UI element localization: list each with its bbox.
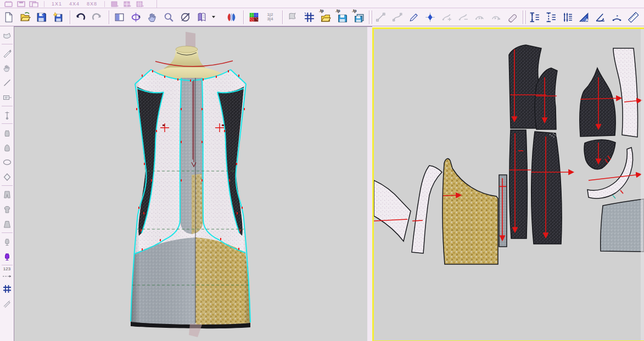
save-copy-icon[interactable] xyxy=(29,1,39,7)
flag-marker-button[interactable] xyxy=(285,10,300,25)
save-file-icon xyxy=(36,12,47,23)
angle-measure-button[interactable] xyxy=(593,10,607,25)
save-import-icon xyxy=(52,12,64,23)
top-garment-tool[interactable] xyxy=(1,202,14,217)
redo-button[interactable] xyxy=(89,10,104,25)
lens-3d-button[interactable] xyxy=(224,10,238,25)
torso-front-tool[interactable] xyxy=(1,125,14,140)
texture-grid-button[interactable] xyxy=(247,10,261,25)
save-file-button[interactable] xyxy=(34,10,48,25)
piece-front-skirt-panel[interactable] xyxy=(509,130,528,238)
piece-back-lace-panel[interactable] xyxy=(613,48,638,137)
curve-add-point-button[interactable] xyxy=(439,10,453,25)
flag-marker-icon xyxy=(287,12,299,23)
pants-tool[interactable] xyxy=(1,187,14,202)
draw-line-icon xyxy=(375,12,387,23)
eraser-button[interactable] xyxy=(505,10,519,25)
measure-double-button[interactable] xyxy=(560,10,574,25)
pants-icon xyxy=(2,190,12,200)
measure-vertical-button[interactable] xyxy=(527,10,541,25)
grid-table-tool[interactable] xyxy=(1,281,14,296)
flow-left-button[interactable] xyxy=(489,10,503,25)
grid-snap-button[interactable] xyxy=(302,10,316,25)
area-label: A xyxy=(585,18,589,22)
open-file-button[interactable] xyxy=(18,10,32,25)
tp-open-button[interactable]: .tp xyxy=(318,10,333,25)
pan-view-button[interactable] xyxy=(145,10,159,25)
measure-123-tool[interactable]: 123 xyxy=(1,266,14,281)
pencil-button[interactable] xyxy=(406,10,421,25)
2d-pattern-panel[interactable] xyxy=(372,27,644,341)
view-grid-3-icon[interactable] xyxy=(135,1,145,7)
piece-side-skirt-panel[interactable] xyxy=(531,132,562,244)
scale-fraction-button[interactable]: 1|2 3|4 xyxy=(263,10,277,25)
curve-remove-point-button[interactable] xyxy=(456,10,470,25)
tp-save-button[interactable]: .tp xyxy=(335,10,349,25)
piece-side-strip[interactable] xyxy=(412,166,442,253)
piece-waist-band[interactable] xyxy=(499,175,507,247)
dress[interactable] xyxy=(127,65,256,337)
bust-flag-left xyxy=(163,124,165,126)
dressform-active-tool[interactable] xyxy=(1,249,14,264)
draw-line-button[interactable] xyxy=(373,10,388,25)
divider xyxy=(282,10,283,24)
split-view-button[interactable] xyxy=(112,10,126,25)
area-triangle-button[interactable]: A xyxy=(576,10,591,25)
view-grid-2-icon[interactable] xyxy=(122,1,132,7)
tp-save-all-button[interactable]: .tp xyxy=(351,10,366,25)
tp-label: .tp xyxy=(319,9,324,13)
pan-hand-icon xyxy=(147,12,158,23)
print-icon[interactable] xyxy=(4,1,14,7)
new-document-button[interactable] xyxy=(1,10,15,25)
grab-tool[interactable] xyxy=(1,60,14,75)
save-import-button[interactable] xyxy=(51,10,65,25)
draw-curve-icon xyxy=(391,12,403,23)
scale-4x4-button[interactable]: 4X4 xyxy=(67,1,82,7)
piece-hip-yoke[interactable] xyxy=(601,199,644,252)
3d-garment-view[interactable] xyxy=(14,26,367,341)
diamond-tool[interactable] xyxy=(1,169,14,184)
scale-8x8-button[interactable]: 8X8 xyxy=(85,1,99,7)
ruler-button[interactable] xyxy=(626,10,640,25)
panel-splitter[interactable] xyxy=(367,26,372,341)
piece-side-back-bodice[interactable] xyxy=(580,68,615,137)
pin-icon xyxy=(2,110,12,120)
piece-front-yoke[interactable] xyxy=(443,158,498,264)
skirt-tool[interactable] xyxy=(1,217,14,231)
undo-button[interactable] xyxy=(73,10,87,25)
divider xyxy=(104,1,105,7)
clipped-bottom-tool[interactable] xyxy=(1,296,14,311)
knife-tool[interactable] xyxy=(1,46,14,60)
piece-sleeve-flounce[interactable] xyxy=(584,140,615,169)
measure-dashed-button[interactable] xyxy=(544,10,558,25)
label-tool[interactable] xyxy=(1,90,14,105)
torso-back-tool[interactable] xyxy=(1,140,14,155)
zoom-view-button[interactable] xyxy=(161,10,176,25)
orbit-view-button[interactable] xyxy=(178,10,192,25)
flow-right-icon xyxy=(474,12,485,23)
pin-tool[interactable] xyxy=(1,107,14,122)
teal-notch xyxy=(613,195,615,198)
save-project-icon[interactable] xyxy=(16,1,26,7)
layers-book-button[interactable] xyxy=(194,10,209,25)
point-button[interactable] xyxy=(423,10,437,25)
dressform-tool[interactable] xyxy=(1,234,14,249)
layers-book-icon xyxy=(196,12,208,23)
piece-neckline-facing[interactable] xyxy=(374,180,411,241)
angle-arc-button[interactable] xyxy=(609,10,624,25)
view-grid-1-icon[interactable] xyxy=(110,1,120,7)
rotate-view-button[interactable] xyxy=(128,10,143,25)
flow-right-button[interactable] xyxy=(472,10,486,25)
page-flip-tool[interactable] xyxy=(1,28,14,43)
draw-curve-button[interactable] xyxy=(390,10,404,25)
divider xyxy=(109,10,109,24)
tp-save-icon xyxy=(337,12,348,23)
divider xyxy=(2,232,13,233)
ellipse-tool[interactable] xyxy=(1,155,14,169)
scale-1x1-button[interactable]: 1X1 xyxy=(49,1,64,7)
curve-remove-point-icon xyxy=(457,12,469,23)
line-tool-side[interactable] xyxy=(1,75,14,90)
divider xyxy=(243,10,244,24)
dropdown-caret-icon[interactable] xyxy=(212,16,215,18)
dressform-active-icon xyxy=(2,252,12,262)
